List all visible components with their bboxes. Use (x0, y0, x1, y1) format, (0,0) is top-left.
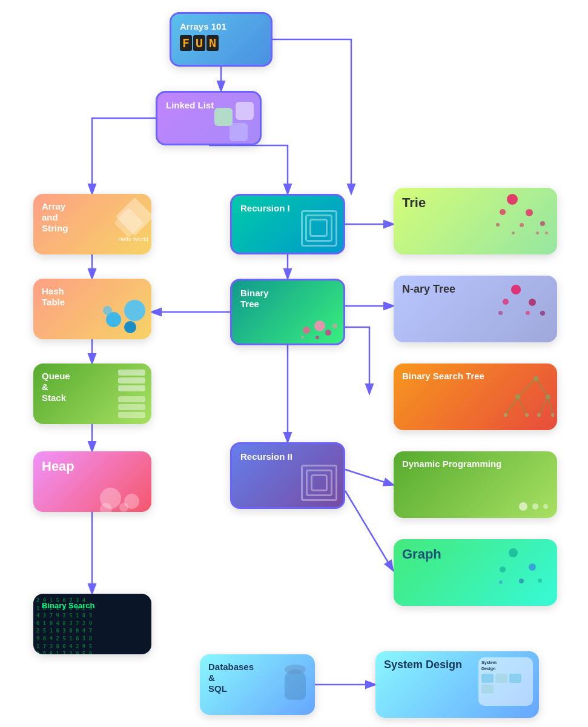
svg-point-12 (551, 413, 554, 417)
arraystring-label: ArrayandString (42, 201, 143, 234)
heap-card[interactable]: Heap (33, 451, 151, 512)
hashtable-card[interactable]: HashTable (33, 279, 151, 339)
graph-label: Graph (402, 546, 549, 562)
binarysearch-label: Binary Search (42, 601, 143, 611)
diagram-container: Arrays 101 F U N Linked List ArrayandStr… (0, 0, 588, 727)
systemdesign-card[interactable]: System Design System Design (375, 651, 539, 718)
graph-card[interactable]: Graph (394, 539, 557, 606)
fun-u: U (193, 35, 205, 51)
linkedlist-label: Linked List (166, 100, 251, 111)
svg-line-2 (506, 397, 518, 415)
bst-label: Binary Search Tree (402, 371, 549, 382)
binarysearch-card[interactable]: 2 9 1 5 6 7 3 4 1 8 2 1 4 0 6 2 5 4 3 7 … (33, 594, 151, 654)
recursion2-label: Recursion II (240, 451, 335, 462)
trie-card[interactable]: Trie (394, 188, 557, 254)
linkedlist-card[interactable]: Linked List (156, 91, 262, 145)
systemdesign-label: System Design (384, 659, 530, 672)
recursion1-card[interactable]: Recursion I (230, 194, 345, 254)
hello-world-text: Hello World (118, 236, 148, 242)
svg-point-9 (504, 413, 507, 417)
arraystring-card[interactable]: ArrayandString Hello World (33, 194, 151, 254)
fun-f: F (180, 35, 192, 51)
svg-point-11 (537, 413, 541, 417)
hashtable-label: HashTable (42, 286, 143, 308)
narytree-card[interactable]: N-ary Tree (394, 276, 557, 342)
dynprog-label: Dynamic Programming (402, 459, 549, 470)
svg-point-8 (546, 394, 550, 399)
heap-label: Heap (42, 459, 143, 474)
queuestack-label: Queue&Stack (42, 371, 143, 403)
arrays101-label: Arrays 101 (180, 21, 226, 32)
databases-card[interactable]: Databases&SQL (200, 654, 315, 715)
svg-line-5 (548, 397, 553, 415)
binarytree-label: BinaryTree (240, 288, 335, 310)
binarytree-card[interactable]: BinaryTree (230, 279, 345, 345)
queuestack-card[interactable]: Queue&Stack (33, 364, 151, 424)
svg-point-10 (525, 413, 529, 417)
svg-point-7 (515, 394, 520, 399)
narytree-label: N-ary Tree (402, 283, 549, 296)
recursion2-card[interactable]: Recursion II (230, 442, 345, 509)
arrays101-card[interactable]: Arrays 101 F U N (170, 12, 273, 67)
fun-n: N (206, 35, 219, 51)
dynprog-card[interactable]: Dynamic Programming (394, 451, 557, 518)
svg-line-4 (539, 397, 548, 415)
trie-label: Trie (402, 195, 549, 211)
databases-label: Databases&SQL (208, 662, 306, 694)
svg-line-3 (518, 397, 527, 415)
bst-card[interactable]: Binary Search Tree (394, 364, 557, 430)
recursion1-label: Recursion I (240, 203, 335, 214)
